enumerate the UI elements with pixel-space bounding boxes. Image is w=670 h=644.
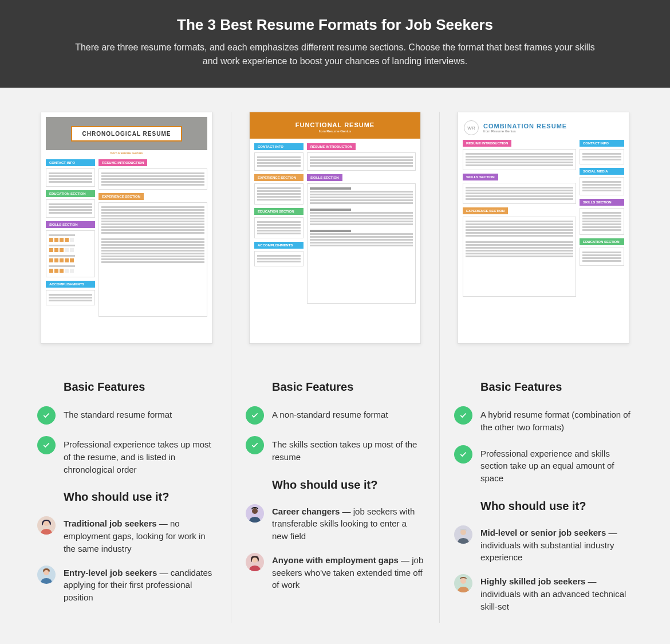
- feature-text: Professional experience takes up most of…: [64, 436, 216, 476]
- column-combination: WR COMBINATION RESUMEfrom Resume Genius …: [439, 112, 647, 623]
- thumb-subtitle: from Resume Genius: [483, 129, 567, 133]
- page-subtitle: There are three resume formats, and each…: [69, 41, 601, 68]
- page-title: The 3 Best Resume Formats for Job Seeker…: [69, 16, 601, 34]
- svg-point-2: [252, 508, 258, 514]
- avatar-icon: [246, 553, 264, 571]
- check-icon: [454, 445, 472, 464]
- persona-text: Entry-level job seekers — candidates app…: [64, 566, 216, 604]
- tag-contact: CONTACT INFO: [46, 159, 95, 166]
- check-icon: [454, 406, 472, 425]
- column-functional: FUNCTIONAL RESUMEfrom Resume Genius CONT…: [231, 112, 439, 623]
- avatar-icon: [37, 516, 56, 535]
- persona-text: Anyone with employment gaps — job seeker…: [272, 553, 424, 591]
- tag-experience: EXPERIENCE SECTION: [98, 193, 144, 200]
- check-icon: [37, 436, 56, 454]
- features-heading: Basic Features: [272, 380, 424, 394]
- avatar-icon: [454, 525, 472, 544]
- avatar-icon: [37, 566, 56, 584]
- tag-intro: RESUME INTRODUCTION: [98, 159, 147, 166]
- tag-social: SOCIAL MEDIA: [580, 168, 624, 175]
- thumb-title: FUNCTIONAL RESUME: [250, 121, 420, 128]
- persona-text: Mid-level or senior job seekers — indivi…: [480, 525, 633, 564]
- tag-contact: CONTACT INFO: [254, 143, 304, 150]
- features-heading: Basic Features: [64, 380, 216, 394]
- tag-skills: SKILLS SECTION: [463, 174, 498, 180]
- tag-education: EDUCATION SECTION: [254, 208, 304, 215]
- features-functional: Basic Features A non-standard resume for…: [243, 344, 427, 602]
- feature-text: A non-standard resume format: [272, 406, 388, 421]
- tag-experience: EXPERIENCE SECTION: [254, 174, 304, 181]
- tag-skills: SKILLS SECTION: [580, 199, 624, 206]
- tag-skills: SKILLS SECTION: [46, 221, 95, 228]
- thumb-initials: WR: [464, 120, 479, 135]
- thumb-chronological: CHRONOLOGICAL RESUME from Resume Genius …: [41, 112, 212, 344]
- format-grid: CHRONOLOGICAL RESUME from Resume Genius …: [0, 88, 670, 644]
- feature-text: The skills section takes up most of the …: [272, 436, 424, 464]
- feature-text: Professional experience and skills secti…: [480, 445, 633, 485]
- tag-accomplishments: ACCOMPLISHMENTS: [46, 281, 95, 288]
- persona-text: Highly skilled job seekers — individuals…: [480, 574, 633, 612]
- tag-accomplishments: ACCOMPLISHMENTS: [254, 242, 304, 249]
- avatar-icon: [454, 574, 472, 592]
- thumb-combination: WR COMBINATION RESUMEfrom Resume Genius …: [458, 112, 629, 344]
- tag-intro: RESUME INTRODUCTION: [463, 140, 511, 147]
- feature-text: A hybrid resume format (combination of t…: [480, 406, 633, 434]
- tag-skills: SKILLS SECTION: [307, 174, 342, 181]
- page-header: The 3 Best Resume Formats for Job Seeker…: [0, 0, 670, 88]
- avatar-icon: [246, 504, 264, 523]
- feature-text: The standard resume format: [64, 406, 172, 421]
- persona-text: Traditional job seekers — no employment …: [64, 516, 216, 555]
- tag-contact: CONTACT INFO: [580, 140, 624, 147]
- persona-text: Career changers — job seekers with trans…: [272, 504, 424, 543]
- who-heading: Who should use it?: [64, 490, 216, 504]
- svg-point-4: [460, 529, 466, 535]
- features-combination: Basic Features A hybrid resume format (c…: [452, 344, 635, 623]
- thumb-functional: FUNCTIONAL RESUMEfrom Resume Genius CONT…: [249, 112, 421, 344]
- tag-education: EDUCATION SECTION: [46, 190, 95, 197]
- check-icon: [37, 406, 56, 425]
- tag-intro: RESUME INTRODUCTION: [307, 143, 356, 150]
- check-icon: [246, 406, 264, 425]
- who-heading: Who should use it?: [480, 500, 633, 513]
- column-chronological: CHRONOLOGICAL RESUME from Resume Genius …: [23, 112, 230, 623]
- who-heading: Who should use it?: [272, 478, 424, 492]
- thumb-title: CHRONOLOGICAL RESUME: [71, 126, 183, 142]
- check-icon: [246, 436, 264, 454]
- features-chronological: Basic Features The standard resume forma…: [35, 344, 218, 614]
- features-heading: Basic Features: [480, 380, 633, 394]
- svg-point-5: [460, 578, 466, 584]
- thumb-title: COMBINATION RESUME: [483, 123, 567, 129]
- tag-education: EDUCATION SECTION: [580, 238, 624, 245]
- thumb-subtitle: from Resume Genius: [250, 129, 420, 133]
- tag-experience: EXPERIENCE SECTION: [463, 207, 508, 214]
